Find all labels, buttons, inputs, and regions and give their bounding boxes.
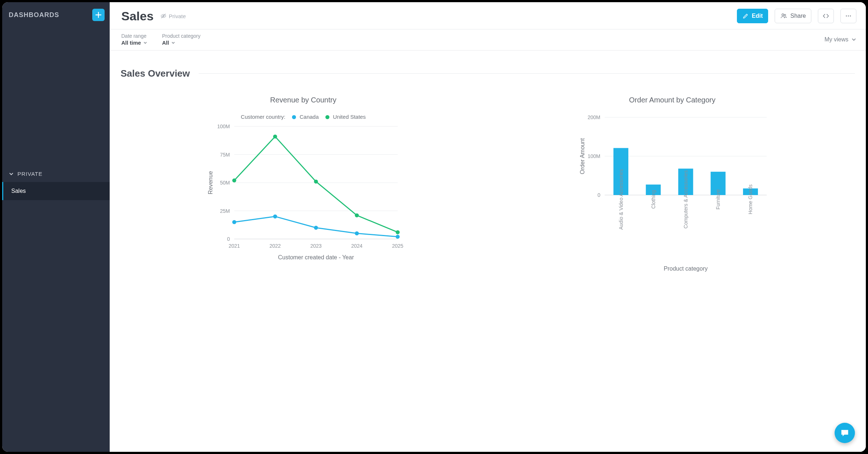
- legend-title: Customer country:: [241, 114, 285, 120]
- chart-legend: Customer country: Canada United States: [121, 114, 486, 120]
- share-label: Share: [790, 13, 806, 19]
- pencil-icon: [742, 13, 749, 19]
- svg-text:50M: 50M: [220, 180, 230, 186]
- legend-swatch-us: [325, 115, 329, 119]
- svg-point-26: [396, 235, 400, 239]
- svg-point-28: [273, 134, 277, 138]
- svg-text:2024: 2024: [351, 243, 362, 249]
- filter-date-range[interactable]: Date range All time: [121, 33, 147, 46]
- section-rule: [199, 73, 855, 74]
- svg-point-27: [232, 178, 236, 182]
- line-chart-svg: 025M50M75M100M20212022202320242025Custom…: [202, 123, 405, 264]
- topbar: Sales Private Edit Share: [110, 2, 866, 29]
- share-button[interactable]: Share: [775, 9, 811, 23]
- svg-point-2: [782, 14, 784, 16]
- svg-text:Clothing: Clothing: [650, 190, 656, 208]
- section-title: Sales Overview: [121, 68, 190, 79]
- my-views-label: My views: [824, 36, 848, 43]
- chart-revenue-by-country: Revenue by Country Customer country: Can…: [121, 96, 486, 275]
- svg-point-22: [232, 220, 236, 224]
- svg-text:Product category: Product category: [664, 265, 708, 272]
- svg-text:0: 0: [597, 192, 600, 198]
- filters-bar: Date range All time Product category All…: [110, 29, 866, 50]
- visibility-badge: Private: [160, 13, 186, 19]
- legend-swatch-canada: [292, 115, 296, 119]
- main-area: Sales Private Edit Share Dat: [110, 2, 866, 452]
- users-icon: [780, 12, 787, 20]
- svg-text:Computers & Accessories: Computers & Accessories: [683, 170, 689, 228]
- svg-point-29: [314, 179, 318, 183]
- sidebar-item-label: Sales: [11, 188, 26, 194]
- svg-point-3: [784, 14, 786, 16]
- filter-value: All time: [121, 40, 141, 46]
- sidebar-section-private[interactable]: PRIVATE: [2, 166, 110, 182]
- help-chat-button[interactable]: [835, 423, 855, 443]
- svg-text:100M: 100M: [588, 153, 600, 159]
- svg-text:2022: 2022: [269, 243, 281, 249]
- edit-label: Edit: [752, 13, 763, 19]
- chevron-down-icon: [851, 37, 856, 42]
- svg-text:75M: 75M: [220, 152, 230, 158]
- more-button[interactable]: [840, 9, 856, 23]
- svg-text:2025: 2025: [392, 243, 403, 249]
- svg-text:Furniture: Furniture: [715, 189, 721, 210]
- svg-point-25: [355, 231, 359, 235]
- svg-text:2023: 2023: [310, 243, 321, 249]
- svg-point-6: [850, 16, 851, 17]
- svg-point-4: [846, 16, 847, 17]
- my-views-dropdown[interactable]: My views: [824, 36, 856, 43]
- code-icon: [822, 12, 830, 20]
- embed-button[interactable]: [818, 9, 834, 23]
- chevron-down-icon: [171, 41, 175, 45]
- svg-point-24: [314, 226, 318, 230]
- edit-button[interactable]: Edit: [737, 9, 768, 23]
- filter-label: Product category: [162, 33, 200, 39]
- dashboard-content: Sales Overview Revenue by Country Custom…: [110, 50, 866, 452]
- svg-text:Audio & Video Accessories: Audio & Video Accessories: [618, 169, 624, 230]
- sidebar: DASHBOARDS PRIVATE Sales: [2, 2, 110, 452]
- bar-chart-svg: 0100M200MAudio & Video AccessoriesClothi…: [574, 114, 770, 275]
- chevron-down-icon: [9, 171, 14, 177]
- svg-text:Order Amount: Order Amount: [579, 138, 585, 174]
- svg-point-5: [848, 16, 849, 17]
- legend-label-us: United States: [333, 114, 366, 120]
- sidebar-heading: DASHBOARDS: [9, 11, 59, 19]
- eye-off-icon: [160, 13, 167, 19]
- filter-value: All: [162, 40, 169, 46]
- svg-text:200M: 200M: [588, 114, 600, 120]
- chevron-down-icon: [143, 41, 147, 45]
- legend-label-canada: Canada: [300, 114, 319, 120]
- filter-label: Date range: [121, 33, 147, 39]
- chat-icon: [840, 428, 850, 438]
- svg-text:Customer created date - Year: Customer created date - Year: [278, 254, 354, 260]
- svg-text:100M: 100M: [217, 123, 230, 129]
- sidebar-section-label: PRIVATE: [17, 171, 42, 177]
- plus-icon: [95, 12, 102, 18]
- svg-text:25M: 25M: [220, 208, 230, 214]
- dots-icon: [844, 12, 852, 20]
- svg-point-31: [396, 230, 400, 234]
- visibility-label: Private: [169, 13, 186, 19]
- chart-title: Revenue by Country: [121, 96, 486, 104]
- svg-text:2021: 2021: [228, 243, 240, 249]
- chart-title: Order Amount by Category: [490, 96, 855, 104]
- add-dashboard-button[interactable]: [92, 9, 105, 21]
- page-title: Sales: [121, 9, 154, 23]
- svg-text:Home Goods: Home Goods: [747, 185, 753, 214]
- sidebar-item-sales[interactable]: Sales: [2, 182, 110, 200]
- filter-product-category[interactable]: Product category All: [162, 33, 200, 46]
- svg-point-30: [355, 213, 359, 217]
- svg-text:Revenue: Revenue: [207, 171, 214, 194]
- chart-order-amount-by-category: Order Amount by Category 0100M200MAudio …: [490, 96, 855, 275]
- svg-text:0: 0: [227, 236, 230, 242]
- svg-point-23: [273, 215, 277, 219]
